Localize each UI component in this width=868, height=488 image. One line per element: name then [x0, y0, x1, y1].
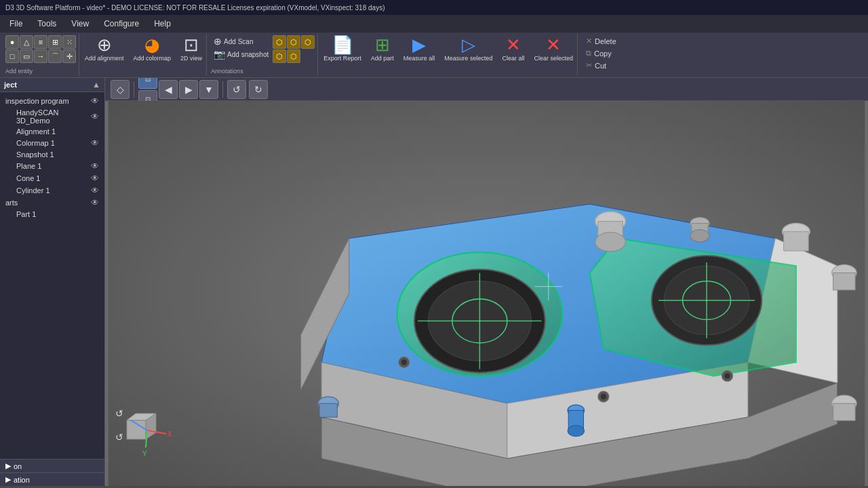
add-part-label: Add part [371, 55, 394, 62]
menu-configure[interactable]: Configure [97, 18, 146, 30]
toolbar: ● △ ≡ ⊞ ⁙ □ ▭ → ⌒ ✛ Add entity ⊕ Add ali… [0, 33, 868, 78]
clear-all-btn[interactable]: ✕ Clear all [498, 34, 528, 76]
add-alignment-btn[interactable]: ⊕ Add alignment [81, 34, 128, 76]
add-snapshot-label: Add snapshot [227, 51, 269, 58]
tool-square[interactable]: □ [5, 49, 19, 63]
delete-btn[interactable]: ✕ Delete [583, 35, 619, 47]
add-scan-icon: ⊕ [214, 36, 222, 47]
tree-item-handyscan[interactable]: HandySCAN 3D_Demo 👁 [0, 107, 104, 126]
tree-plane1-label: Plane 1 [16, 162, 41, 170]
svg-point-36 [401, 359, 407, 365]
title-text: D3 3D Software Platform - video* - DEMO … [5, 4, 384, 12]
measure-selected-icon: ▷ [462, 36, 475, 54]
tool-curve[interactable]: ⌒ [48, 49, 62, 63]
main-content: ject ▲ inspection program 👁 HandySCAN 3D… [0, 78, 868, 486]
vp-rotate2-btn[interactable]: ↻ [249, 80, 268, 99]
tool-rect[interactable]: ▭ [20, 49, 33, 63]
export-report-btn[interactable]: 📄 Export Report [319, 34, 366, 76]
svg-point-43 [568, 426, 584, 436]
menu-bar: File Tools View Configure Help [0, 15, 868, 33]
tool-grid[interactable]: ⊞ [48, 35, 62, 49]
viewport[interactable]: ◇ ⊡ ⊡ ◀ ▶ ▼ ↺ ↻ [105, 78, 868, 486]
tree-item-plane1[interactable]: Plane 1 👁 [0, 160, 104, 172]
measure-selected-btn[interactable]: ▷ Measure selected [440, 34, 496, 76]
ann-btn-1[interactable]: ⬡ [273, 35, 286, 49]
collapsible-ation[interactable]: ▶ ation [0, 472, 104, 486]
measure-all-label: Measure all [403, 55, 435, 62]
tree-colormap-label: Colormap 1 [16, 139, 55, 147]
menu-view[interactable]: View [64, 18, 96, 30]
svg-point-21 [595, 232, 626, 251]
svg-rect-23 [784, 232, 809, 251]
eye-icon-arts[interactable]: 👁 [91, 198, 99, 207]
add-snapshot-icon: 📷 [214, 49, 225, 60]
annotations-grid: ⬡ ⬡ ⬡ ⬡ ⬡ [273, 35, 315, 63]
2d-view-label: 2D view [180, 55, 202, 62]
clear-all-label: Clear all [502, 55, 524, 62]
ann-btn-3[interactable]: ⬡ [301, 35, 315, 49]
tree-item-inspection[interactable]: inspection program 👁 [0, 95, 104, 107]
tool-plus[interactable]: ✛ [62, 49, 76, 63]
tree-arts-label: arts [5, 199, 18, 207]
eye-icon-colormap[interactable]: 👁 [91, 138, 99, 148]
menu-tools[interactable]: Tools [31, 18, 63, 30]
tree-item-cylinder1[interactable]: Cylinder 1 👁 [0, 184, 104, 197]
vp-view-top[interactable]: ⊡ [138, 78, 157, 89]
eye-icon-inspection[interactable]: 👁 [91, 96, 99, 106]
add-colormap-btn[interactable]: ◕ Add colormap [130, 34, 176, 76]
vp-arrow-right[interactable]: ▶ [179, 80, 198, 99]
clear-selected-btn[interactable]: ✕ Clear selected [530, 34, 578, 76]
tree-item-snapshot1[interactable]: Snapshot 1 [0, 149, 104, 160]
panel-title: ject [4, 81, 17, 89]
add-alignment-label: Add alignment [85, 55, 124, 62]
vp-arrow-down[interactable]: ▼ [199, 80, 218, 99]
vp-rotate-btn[interactable]: ↺ [227, 80, 246, 99]
svg-rect-27 [833, 403, 855, 420]
vp-sep-2 [222, 81, 223, 98]
add-snapshot-btn[interactable]: 📷 Add snapshot [211, 48, 271, 60]
vp-nav-btn[interactable]: ◇ [111, 80, 130, 99]
model-area[interactable] [105, 101, 868, 486]
chevron-ation: ▶ [5, 475, 11, 484]
tree-item-part1[interactable]: Part 1 [0, 209, 104, 220]
ann-btn-2[interactable]: ⬡ [287, 35, 300, 49]
menu-file[interactable]: File [3, 18, 29, 30]
tree-item-colormap[interactable]: Colormap 1 👁 [0, 137, 104, 149]
ann-btn-4[interactable]: ⬡ [273, 49, 286, 63]
tree-item-arts[interactable]: arts 👁 [0, 197, 104, 209]
svg-point-34 [690, 230, 709, 242]
export-report-label: Export Report [323, 55, 361, 62]
eye-icon-cylinder1[interactable]: 👁 [91, 186, 99, 195]
cut-btn[interactable]: ✂ Cut [583, 60, 619, 71]
tool-layers[interactable]: ≡ [34, 35, 47, 49]
tree-inspection-label: inspection program [5, 97, 69, 105]
svg-point-40 [724, 373, 730, 379]
tool-circle[interactable]: ● [5, 35, 19, 49]
panel-header: ject ▲ [0, 78, 104, 92]
tree-item-alignment[interactable]: Alignment 1 [0, 126, 104, 137]
tree-item-cone1[interactable]: Cone 1 👁 [0, 172, 104, 184]
ann-btn-5[interactable]: ⬡ [287, 49, 300, 63]
eye-icon-handyscan[interactable]: 👁 [91, 112, 99, 121]
eye-icon-plane1[interactable]: 👁 [91, 161, 99, 171]
left-panel: ject ▲ inspection program 👁 HandySCAN 3D… [0, 78, 105, 486]
cut-icon: ✂ [586, 61, 592, 70]
eye-icon-cone1[interactable]: 👁 [91, 174, 99, 183]
panel-close-btn[interactable]: ▲ [92, 80, 100, 89]
menu-help[interactable]: Help [147, 18, 178, 30]
model-svg [105, 101, 868, 486]
svg-rect-29 [319, 403, 337, 417]
2d-view-btn[interactable]: ⊡ 2D view [176, 34, 207, 76]
add-part-icon: ⊞ [375, 36, 390, 54]
measure-all-btn[interactable]: ▶ Measure all [399, 34, 439, 76]
vp-arrow-left[interactable]: ◀ [159, 80, 178, 99]
add-scan-btn[interactable]: ⊕ Add Scan [211, 35, 271, 47]
tool-triangle[interactable]: △ [20, 35, 33, 49]
tool-dots[interactable]: ⁙ [62, 35, 76, 49]
add-alignment-icon: ⊕ [97, 36, 112, 54]
copy-btn[interactable]: ⧉ Copy [583, 47, 619, 59]
add-part-btn[interactable]: ⊞ Add part [367, 34, 398, 76]
tool-arrow[interactable]: → [34, 49, 47, 63]
collapsible-on[interactable]: ▶ on [0, 459, 104, 472]
vp-sep-1 [134, 81, 134, 98]
